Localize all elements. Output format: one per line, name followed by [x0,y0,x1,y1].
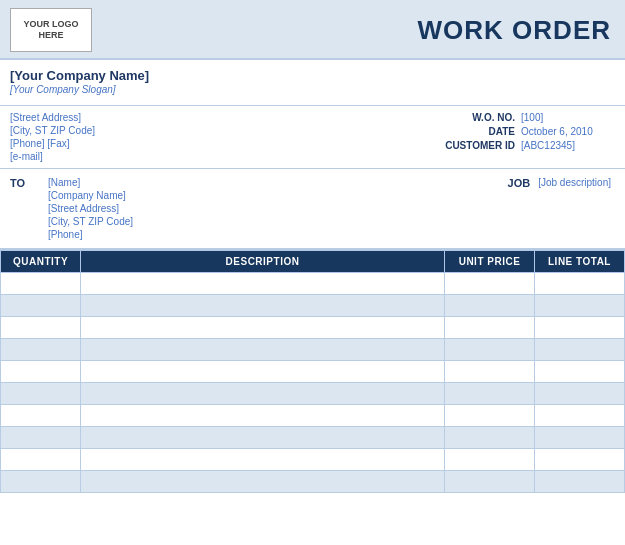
cell-line-total [535,427,625,449]
customer-id-row: CUSTOMER ID [ABC12345] [435,140,611,151]
work-order-page: YOUR LOGO HERE WORK ORDER [Your Company … [0,0,625,545]
table-row [1,405,625,427]
job-block: JOB [Job description] [508,177,611,240]
cell-unit-price [445,383,535,405]
wo-row: W.O. NO. [100] [435,112,611,123]
to-street: [Street Address] [48,203,133,214]
cell-quantity [1,361,81,383]
table-row [1,317,625,339]
table-header-row: QUANTITY DESCRIPTION UNIT PRICE LINE TOT… [1,251,625,273]
cell-description [81,383,445,405]
cell-unit-price [445,317,535,339]
street-address: [Street Address] [10,112,95,123]
company-section: [Your Company Name] [Your Company Slogan… [0,60,625,106]
cell-unit-price [445,427,535,449]
cell-quantity [1,471,81,493]
line-items-table: QUANTITY DESCRIPTION UNIT PRICE LINE TOT… [0,250,625,493]
cell-description [81,405,445,427]
to-city: [City, ST ZIP Code] [48,216,133,227]
to-company: [Company Name] [48,190,133,201]
cell-quantity [1,295,81,317]
table-row [1,295,625,317]
address-block: [Street Address] [City, ST ZIP Code] [Ph… [10,112,95,162]
date-value: October 6, 2010 [521,126,611,137]
to-job-section: TO [Name] [Company Name] [Street Address… [0,169,625,250]
cell-quantity [1,317,81,339]
cell-line-total [535,295,625,317]
logo-box: YOUR LOGO HERE [10,8,92,52]
cell-description [81,361,445,383]
table-row [1,427,625,449]
cell-description [81,339,445,361]
date-row: DATE October 6, 2010 [435,126,611,137]
order-info-block: W.O. NO. [100] DATE October 6, 2010 CUST… [435,112,611,162]
info-section: [Street Address] [City, ST ZIP Code] [Ph… [0,106,625,169]
cell-unit-price [445,471,535,493]
table-row [1,383,625,405]
table-row [1,449,625,471]
cell-description [81,427,445,449]
col-description: DESCRIPTION [81,251,445,273]
cell-quantity [1,427,81,449]
to-fields: [Name] [Company Name] [Street Address] [… [48,177,133,240]
cell-quantity [1,383,81,405]
company-name: [Your Company Name] [10,68,611,83]
customer-id-label: CUSTOMER ID [435,140,515,151]
to-phone: [Phone] [48,229,133,240]
col-unit-price: UNIT PRICE [445,251,535,273]
company-slogan: [Your Company Slogan] [10,84,611,95]
to-block: TO [Name] [Company Name] [Street Address… [10,177,133,240]
date-label: DATE [435,126,515,137]
cell-description [81,295,445,317]
cell-line-total [535,405,625,427]
page-title: WORK ORDER [418,15,611,46]
to-label: TO [10,177,38,240]
cell-line-total [535,383,625,405]
cell-description [81,471,445,493]
email: [e-mail] [10,151,95,162]
cell-unit-price [445,295,535,317]
table-row [1,361,625,383]
table-row [1,273,625,295]
cell-line-total [535,449,625,471]
cell-line-total [535,317,625,339]
cell-description [81,317,445,339]
job-label: JOB [508,177,531,189]
cell-description [81,449,445,471]
cell-unit-price [445,273,535,295]
customer-id-value: [ABC12345] [521,140,611,151]
cell-line-total [535,471,625,493]
logo-text: YOUR LOGO HERE [11,19,91,41]
job-description: [Job description] [538,177,611,188]
cell-line-total [535,361,625,383]
wo-label: W.O. NO. [435,112,515,123]
cell-unit-price [445,449,535,471]
header: YOUR LOGO HERE WORK ORDER [0,0,625,60]
cell-line-total [535,273,625,295]
col-line-total: LINE TOTAL [535,251,625,273]
col-quantity: QUANTITY [1,251,81,273]
table-row [1,471,625,493]
to-name: [Name] [48,177,133,188]
phone-fax: [Phone] [Fax] [10,138,95,149]
cell-quantity [1,339,81,361]
cell-unit-price [445,405,535,427]
cell-quantity [1,405,81,427]
table-row [1,339,625,361]
cell-unit-price [445,361,535,383]
wo-value: [100] [521,112,611,123]
cell-quantity [1,449,81,471]
cell-line-total [535,339,625,361]
city-address: [City, ST ZIP Code] [10,125,95,136]
cell-unit-price [445,339,535,361]
cell-description [81,273,445,295]
cell-quantity [1,273,81,295]
